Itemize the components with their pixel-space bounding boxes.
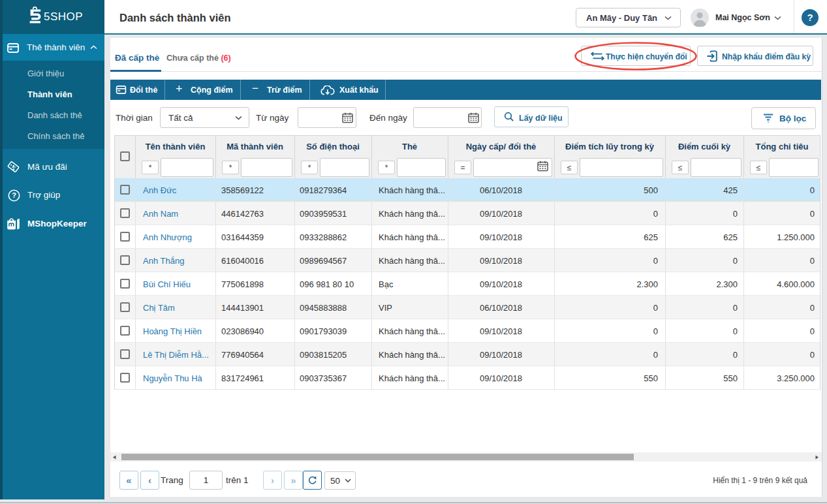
svg-text:?: ? — [12, 191, 16, 199]
